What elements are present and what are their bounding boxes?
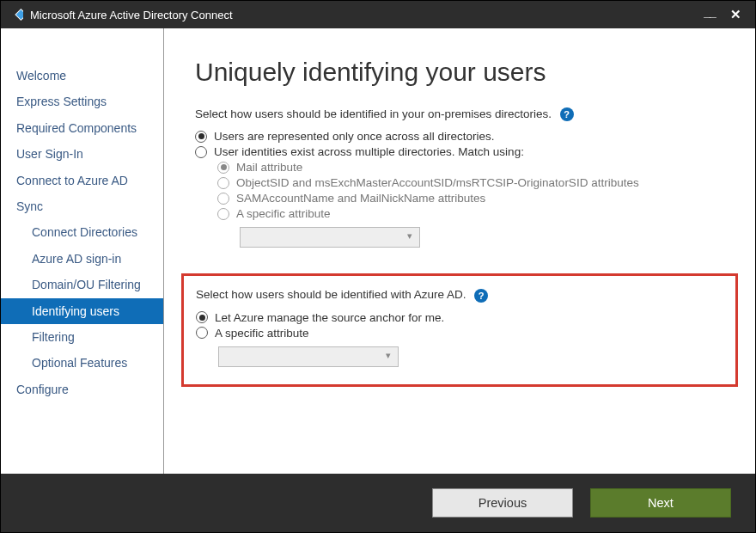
radio-match-mail: Mail attribute [217, 161, 724, 174]
radio-icon [217, 208, 229, 220]
match-attribute-combo [240, 227, 420, 248]
radio-match-sid-label: ObjectSID and msExchMasterAccountSID/msR… [236, 176, 639, 189]
azure-ad-section-highlight: Select how users should be identified wi… [181, 273, 738, 386]
radio-match-sam-label: SAMAccountName and MailNickName attribut… [236, 192, 485, 205]
radio-anchor-specific-label: A specific attribute [215, 327, 309, 340]
radio-icon [195, 131, 207, 143]
svg-rect-0 [15, 9, 23, 21]
radio-users-once[interactable]: Users are represented only once across a… [195, 130, 724, 143]
radio-match-sid: ObjectSID and msExchMasterAccountSID/msR… [217, 176, 724, 189]
radio-match-mail-label: Mail attribute [236, 161, 302, 174]
close-button[interactable]: ✕ [722, 7, 748, 22]
radio-users-match-label: User identities exist across multiple di… [214, 145, 524, 158]
sidebar-item-connect-azure-ad[interactable]: Connect to Azure AD [1, 168, 163, 193]
azuread-section-label: Select how users should be identified wi… [196, 288, 723, 302]
sidebar-item-welcome[interactable]: Welcome [1, 63, 163, 89]
sidebar-item-domain-ou-filtering[interactable]: Domain/OU Filtering [1, 272, 163, 297]
footer-bar: Previous Next [1, 474, 755, 532]
onprem-section-label: Select how users should be identified in… [195, 107, 724, 121]
radio-icon [196, 327, 208, 339]
radio-match-specific: A specific attribute [217, 207, 724, 220]
sidebar-item-azure-ad-sign-in[interactable]: Azure AD sign-in [1, 246, 163, 272]
radio-icon [195, 146, 207, 158]
sidebar-item-configure[interactable]: Configure [1, 377, 163, 402]
radio-anchor-specific[interactable]: A specific attribute [196, 327, 723, 340]
radio-icon [217, 162, 229, 174]
page-title: Uniquely identifying your users [195, 58, 724, 87]
radio-match-specific-label: A specific attribute [236, 207, 331, 220]
help-icon[interactable]: ? [560, 107, 574, 121]
anchor-attribute-combo [218, 346, 399, 367]
radio-anchor-auto-label: Let Azure manage the source anchor for m… [215, 311, 444, 324]
radio-icon [217, 177, 229, 189]
next-button[interactable]: Next [590, 488, 731, 518]
radio-icon [217, 193, 229, 205]
sidebar-item-filtering[interactable]: Filtering [1, 324, 163, 350]
radio-icon [196, 311, 208, 323]
onprem-section-text: Select how users should be identified in… [195, 107, 552, 120]
app-logo-icon [8, 7, 23, 22]
content-pane: Uniquely identifying your users Select h… [164, 28, 755, 474]
sidebar-item-express-settings[interactable]: Express Settings [1, 89, 163, 114]
match-using-subgroup: Mail attribute ObjectSID and msExchMaste… [217, 161, 724, 248]
sidebar-item-user-sign-in[interactable]: User Sign-In [1, 141, 163, 167]
sidebar-item-sync[interactable]: Sync [1, 193, 163, 219]
window-title: Microsoft Azure Active Directory Connect [30, 9, 697, 21]
radio-match-sam: SAMAccountName and MailNickName attribut… [217, 192, 724, 205]
title-bar: Microsoft Azure Active Directory Connect… [1, 1, 755, 28]
radio-anchor-auto[interactable]: Let Azure manage the source anchor for m… [196, 311, 723, 324]
azuread-section-text: Select how users should be identified wi… [196, 288, 466, 301]
radio-users-match[interactable]: User identities exist across multiple di… [195, 145, 724, 158]
wizard-sidebar: Welcome Express Settings Required Compon… [1, 28, 164, 474]
radio-users-once-label: Users are represented only once across a… [214, 130, 494, 143]
sidebar-item-connect-directories[interactable]: Connect Directories [1, 219, 163, 245]
previous-button[interactable]: Previous [432, 488, 573, 518]
sidebar-item-identifying-users[interactable]: Identifying users [1, 298, 163, 324]
sidebar-item-required-components[interactable]: Required Components [1, 115, 163, 141]
sidebar-item-optional-features[interactable]: Optional Features [1, 350, 163, 376]
minimize-button[interactable]: __ [697, 5, 722, 19]
help-icon[interactable]: ? [474, 289, 488, 303]
